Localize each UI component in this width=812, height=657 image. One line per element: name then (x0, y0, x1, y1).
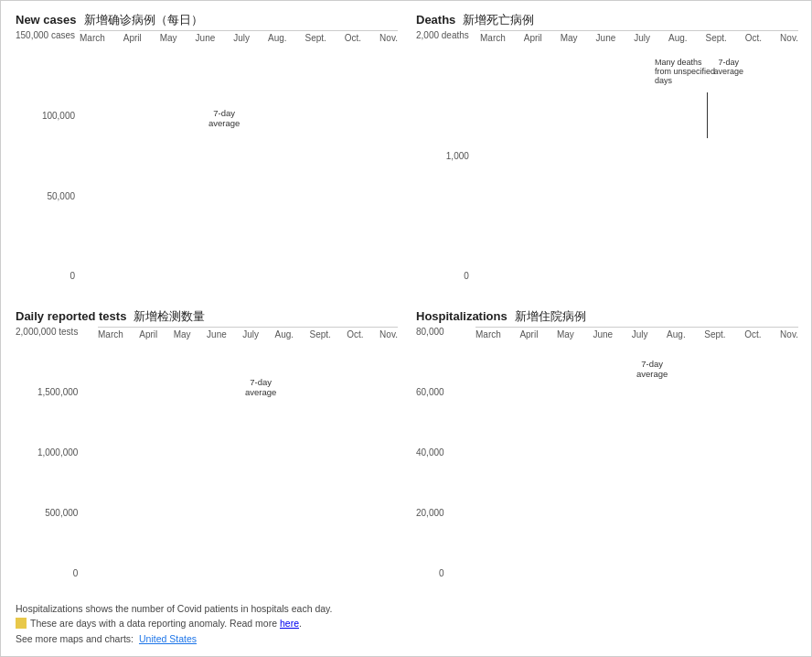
new-cases-y3: 150,000 cases (16, 30, 75, 40)
tests-y1: 500,000 (16, 508, 78, 518)
tests-y0: 0 (16, 568, 78, 578)
new-cases-title-zh: 新增确诊病例（每日） (84, 12, 203, 28)
deaths-y1: 1,000 (416, 151, 469, 161)
footer: Hospitalizations shows the number of Cov… (8, 598, 806, 651)
anomaly-link[interactable]: here (280, 618, 299, 629)
charts-grid: New cases 新增确诊病例（每日） 150,000 cases 100,0… (8, 8, 806, 598)
new-cases-x-labels: March April May June July Aug. Sept. Oct… (80, 31, 398, 43)
new-cases-y2: 100,000 (16, 111, 75, 121)
new-cases-y0: 0 (16, 271, 75, 281)
new-cases-y1: 50,000 (16, 191, 75, 201)
hospitalizations-title-zh: 新增住院病例 (515, 308, 586, 325)
hospitalizations-panel: Hospitalizations 新增住院病例 80,000 60,000 40… (409, 305, 806, 598)
new-cases-title-en: New cases (16, 13, 77, 27)
see-more-text: See more maps and charts: (16, 632, 134, 647)
daily-tests-panel: Daily reported tests 新增检测数量 2,000,000 te… (8, 305, 405, 598)
hosp-y0: 0 (416, 568, 444, 578)
deaths-chart-area: Many deathsfrom unspecifieddays 7-dayave… (480, 30, 798, 31)
deaths-annotation1: Many deathsfrom unspecifieddays (655, 58, 715, 85)
tests-y2: 1,000,000 (16, 447, 78, 458)
deaths-y2: 2,000 deaths (416, 30, 469, 40)
new-cases-title: New cases 新增确诊病例（每日） (16, 12, 398, 28)
deaths-y0: 0 (416, 271, 469, 281)
hosp-y2: 40,000 (416, 447, 444, 458)
new-cases-annotation: 7-dayaverage (208, 108, 240, 128)
tests-y4: 2,000,000 tests (16, 327, 78, 337)
main-container: New cases 新增确诊病例（每日） 150,000 cases 100,0… (1, 1, 812, 657)
deaths-panel: Deaths 新增死亡病例 2,000 deaths 1,000 0 (409, 8, 806, 301)
hosp-y4: 80,000 (416, 327, 444, 337)
tests-y3: 1,500,000 (16, 387, 78, 397)
anomaly-icon (16, 618, 27, 629)
deaths-title-zh: 新增死亡病例 (463, 12, 534, 28)
hospitalization-note: Hospitalizations shows the number of Cov… (16, 602, 798, 617)
hosp-y1: 20,000 (416, 508, 444, 518)
anomaly-note-row: These are days with a data reporting ano… (16, 617, 798, 631)
deaths-x-labels: March April May June July Aug. Sept. Oct… (480, 31, 798, 43)
hosp-annotation: 7-dayaverage (636, 359, 668, 379)
daily-tests-title-en: Daily reported tests (16, 309, 126, 323)
see-more-row: See more maps and charts: United States (16, 632, 798, 647)
anomaly-note-text: These are days with a data reporting ano… (30, 617, 302, 631)
hosp-y3: 60,000 (416, 387, 444, 397)
new-cases-chart-area: 7-dayaverage (80, 30, 398, 31)
hospitalizations-title: Hospitalizations 新增住院病例 (416, 308, 798, 325)
deaths-title: Deaths 新增死亡病例 (416, 12, 798, 28)
hospitalizations-title-en: Hospitalizations (416, 309, 508, 323)
hosp-x-labels: March April May June July Aug. Sept. Oct… (475, 328, 798, 339)
new-cases-panel: New cases 新增确诊病例（每日） 150,000 cases 100,0… (8, 8, 405, 301)
daily-tests-title-zh: 新增检测数量 (134, 308, 205, 325)
tests-annotation: 7-dayaverage (245, 377, 276, 397)
deaths-annotation-line (707, 92, 708, 138)
deaths-title-en: Deaths (416, 13, 455, 27)
tests-x-labels: March April May June July Aug. Sept. Oct… (98, 328, 398, 339)
hospitalizations-chart-area: 7-dayaverage (475, 327, 798, 328)
deaths-annotation2: 7-dayaverage (713, 58, 743, 76)
daily-tests-title: Daily reported tests 新增检测数量 (16, 308, 398, 325)
daily-tests-chart-area: 7-dayaverage (98, 327, 398, 328)
country-link[interactable]: United States (139, 632, 197, 647)
